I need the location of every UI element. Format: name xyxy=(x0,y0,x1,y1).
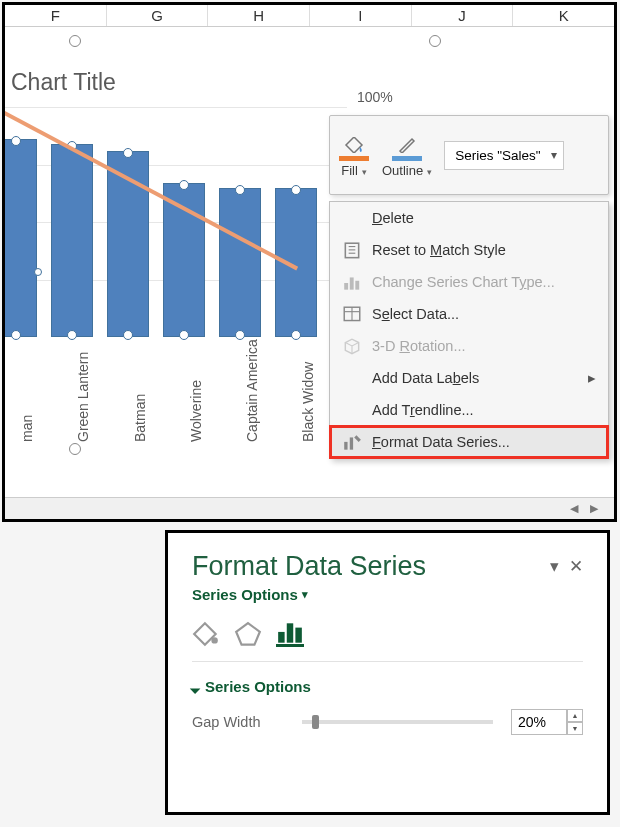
ctx-label: Delete xyxy=(372,210,414,226)
none-icon xyxy=(342,369,362,387)
ctx-label: Reset to Match Style xyxy=(372,242,506,258)
ctx-select-data[interactable]: Select Data... xyxy=(330,298,608,330)
data-bar[interactable] xyxy=(51,144,93,337)
svg-rect-14 xyxy=(287,623,293,642)
reset-icon xyxy=(342,241,362,259)
category-label: man xyxy=(19,415,35,442)
gap-width-slider[interactable] xyxy=(302,720,493,724)
gap-width-label: Gap Width xyxy=(192,714,284,730)
category-label: Captain America xyxy=(244,339,260,442)
fill-button[interactable]: Fill▾ xyxy=(338,133,370,178)
close-icon[interactable]: ✕ xyxy=(569,556,583,577)
ctx-label: Change Series Chart Type... xyxy=(372,274,555,290)
ctx-label: Format Data Series... xyxy=(372,434,510,450)
gap-width-input[interactable] xyxy=(511,709,567,735)
svg-rect-5 xyxy=(350,277,354,289)
ctx-format[interactable]: Format Data Series... xyxy=(330,426,608,458)
ctx-3d: 3-D Rotation... xyxy=(330,330,608,362)
chart-mini-toolbar: Fill▾ Outline▾ Series "Sales" xyxy=(329,115,609,195)
series-options-tab[interactable] xyxy=(276,621,304,647)
category-label: Batman xyxy=(132,394,148,442)
spin-up-button[interactable]: ▲ xyxy=(567,709,583,722)
bar-chart-icon xyxy=(276,619,304,645)
none-icon xyxy=(342,209,362,227)
col-header[interactable]: H xyxy=(208,5,310,26)
outline-button[interactable]: Outline▾ xyxy=(382,133,432,178)
column-header-row: F G H I J K xyxy=(5,5,614,27)
data-bar[interactable] xyxy=(2,139,37,337)
category-label: Wolverine xyxy=(188,380,204,442)
ctx-label: 3-D Rotation... xyxy=(372,338,466,354)
svg-point-12 xyxy=(211,637,217,643)
none-icon xyxy=(342,401,362,419)
series-dropdown[interactable]: Series "Sales" xyxy=(444,141,563,170)
submenu-arrow-icon: ▸ xyxy=(588,370,596,386)
cube-icon xyxy=(342,337,362,355)
ctx-add-trendline[interactable]: Add Trendline... xyxy=(330,394,608,426)
axis-label: 100% xyxy=(357,89,393,105)
pane-options-icon[interactable]: ▾ xyxy=(550,556,559,577)
pane-subtitle-dropdown[interactable]: Series Options xyxy=(192,586,583,603)
col-header[interactable]: K xyxy=(513,5,614,26)
svg-rect-6 xyxy=(355,281,359,290)
svg-rect-13 xyxy=(278,632,284,643)
chart-resize-handle[interactable] xyxy=(429,35,441,47)
table-icon xyxy=(342,305,362,323)
col-header[interactable]: I xyxy=(310,5,412,26)
effects-tab[interactable] xyxy=(234,621,262,647)
ctx-change-type: Change Series Chart Type... xyxy=(330,266,608,298)
svg-rect-10 xyxy=(344,442,347,450)
paint-bucket-icon xyxy=(192,621,220,647)
chart-icon xyxy=(342,273,362,291)
context-menu: DeleteReset to Match StyleChange Series … xyxy=(329,201,609,459)
ctx-delete[interactable]: Delete xyxy=(330,202,608,234)
ctx-reset[interactable]: Reset to Match Style xyxy=(330,234,608,266)
ctx-label: Select Data... xyxy=(372,306,459,322)
col-header[interactable]: G xyxy=(107,5,209,26)
ctx-label: Add Trendline... xyxy=(372,402,474,418)
col-header[interactable]: F xyxy=(5,5,107,26)
spreadsheet-window: F G H I J K Chart Title 100% 40% xyxy=(2,2,617,522)
fill-line-tab[interactable] xyxy=(192,621,220,647)
spin-down-button[interactable]: ▼ xyxy=(567,722,583,735)
chart-resize-handle[interactable] xyxy=(69,35,81,47)
ctx-add-labels[interactable]: Add Data Labels▸ xyxy=(330,362,608,394)
ctx-label: Add Data Labels xyxy=(372,370,479,386)
sheet-scrollbar[interactable]: ◀▶ xyxy=(5,497,614,519)
paint-bucket-icon xyxy=(344,137,364,153)
section-title[interactable]: Series Options xyxy=(192,678,583,695)
plot-area[interactable] xyxy=(5,107,347,337)
pane-title: Format Data Series xyxy=(192,551,426,582)
format-icon xyxy=(342,433,362,451)
svg-rect-11 xyxy=(350,437,353,449)
svg-rect-15 xyxy=(295,627,301,642)
category-label: Black Widow xyxy=(300,362,316,442)
svg-rect-4 xyxy=(344,283,348,290)
pen-icon xyxy=(398,137,416,153)
format-data-series-pane: Format Data Series ▾ ✕ Series Options Se… xyxy=(165,530,610,815)
category-label: Green Lantern xyxy=(75,352,91,442)
col-header[interactable]: J xyxy=(412,5,514,26)
category-axis: man Green Lantern Batman Wolverine Capta… xyxy=(5,342,347,462)
pentagon-icon xyxy=(234,621,262,647)
chart-title[interactable]: Chart Title xyxy=(11,69,116,96)
data-bar[interactable] xyxy=(219,188,261,338)
